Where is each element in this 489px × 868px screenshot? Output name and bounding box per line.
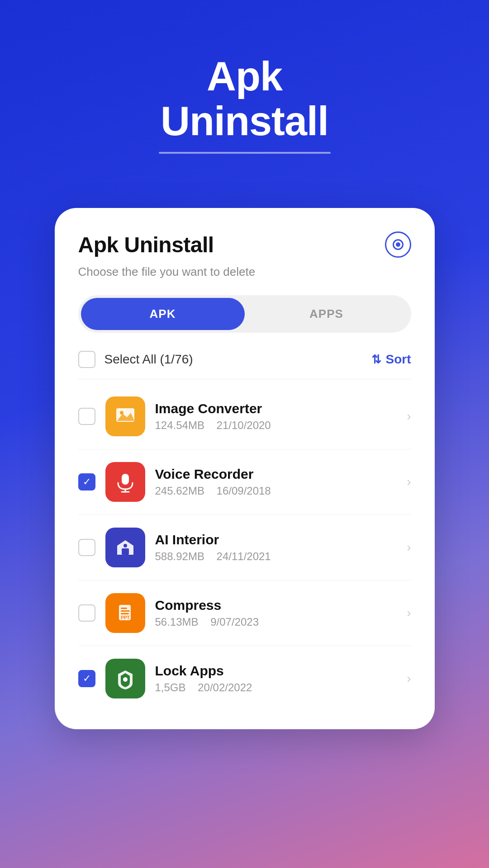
- app-name: Voice Recorder: [155, 467, 397, 482]
- select-all-label: Select All (1/76): [104, 352, 193, 367]
- tab-apk[interactable]: APK: [81, 298, 245, 330]
- app-info-compress: Compress 56.13MB 9/07/2023: [155, 598, 397, 628]
- item-checkbox-0[interactable]: [78, 408, 95, 425]
- app-meta: 588.92MB 24/11/2021: [155, 550, 397, 563]
- app-name: AI Interior: [155, 532, 397, 547]
- app-size: 588.92MB: [155, 550, 204, 562]
- checkmark-icon: ✓: [83, 674, 91, 684]
- list-item: ✓ Voice Recorder 245.62MB 16/09/2018 ›: [78, 449, 411, 515]
- svg-text:PPT: PPT: [121, 615, 129, 620]
- app-date: 21/10/2020: [217, 419, 271, 431]
- card-subtitle: Choose the file you want to delete: [78, 265, 411, 279]
- app-date: 16/09/2018: [217, 485, 271, 497]
- app-meta: 245.62MB 16/09/2018: [155, 485, 397, 497]
- checkmark-icon: ✓: [83, 477, 91, 487]
- app-size: 1,5GB: [155, 681, 186, 693]
- app-name: Compress: [155, 598, 397, 613]
- svg-point-13: [123, 677, 128, 682]
- radio-dot: [396, 242, 400, 247]
- tab-container: APK APPS: [78, 295, 411, 333]
- title-line1: Apk: [207, 54, 282, 99]
- card-title: Apk Uninstall: [78, 232, 214, 257]
- chevron-icon[interactable]: ›: [407, 409, 411, 424]
- list-item: Image Converter 124.54MB 21/10/2020 ›: [78, 384, 411, 449]
- svg-rect-3: [122, 474, 129, 485]
- svg-point-7: [123, 544, 127, 547]
- app-list: Image Converter 124.54MB 21/10/2020 › ✓: [78, 384, 411, 711]
- svg-rect-9: [121, 608, 127, 609]
- app-date: 24/11/2021: [217, 550, 271, 562]
- chevron-icon[interactable]: ›: [407, 475, 411, 489]
- svg-rect-6: [122, 548, 129, 555]
- chevron-icon[interactable]: ›: [407, 540, 411, 555]
- app-meta: 124.54MB 21/10/2020: [155, 419, 397, 432]
- app-meta: 1,5GB 20/02/2022: [155, 681, 397, 694]
- main-card: Apk Uninstall Choose the file you want t…: [55, 208, 435, 729]
- select-all-row: Select All (1/76) ⇅ Sort: [78, 351, 411, 379]
- tab-apps[interactable]: APPS: [245, 298, 408, 330]
- app-info-ai-interior: AI Interior 588.92MB 24/11/2021: [155, 532, 397, 563]
- app-size: 56.13MB: [155, 616, 199, 628]
- chevron-icon[interactable]: ›: [407, 671, 411, 686]
- app-meta: 56.13MB 9/07/2023: [155, 616, 397, 628]
- item-checkbox-2[interactable]: [78, 539, 95, 556]
- item-checkbox-3[interactable]: [78, 604, 95, 622]
- svg-rect-10: [121, 610, 130, 612]
- svg-rect-11: [121, 613, 129, 614]
- card-header: Apk Uninstall: [78, 231, 411, 258]
- radio-icon[interactable]: [385, 231, 411, 258]
- app-size: 124.54MB: [155, 419, 204, 431]
- app-icon-ai-interior: [105, 528, 145, 567]
- title-line2: Uninstall: [161, 99, 328, 144]
- sort-icon: ⇅: [371, 353, 381, 367]
- app-icon-image-converter: [105, 396, 145, 436]
- header-section: Apk Uninstall: [0, 0, 489, 181]
- select-all-checkbox[interactable]: [78, 351, 95, 368]
- sort-button[interactable]: ⇅ Sort: [371, 352, 411, 367]
- app-name: Lock Apps: [155, 663, 397, 679]
- title-underline: [159, 152, 331, 154]
- list-item: PPT Compress 56.13MB 9/07/2023 ›: [78, 580, 411, 646]
- chevron-icon[interactable]: ›: [407, 606, 411, 620]
- radio-inner: [393, 239, 404, 250]
- item-checkbox-4[interactable]: ✓: [78, 670, 95, 687]
- list-item: AI Interior 588.92MB 24/11/2021 ›: [78, 515, 411, 580]
- list-item: ✓ Lock Apps 1,5GB 20/02/2022 ›: [78, 646, 411, 711]
- app-info-voice-recorder: Voice Recorder 245.62MB 16/09/2018: [155, 467, 397, 497]
- app-name: Image Converter: [155, 401, 397, 416]
- app-icon-compress: PPT: [105, 593, 145, 633]
- app-date: 20/02/2022: [198, 681, 252, 693]
- app-title: Apk Uninstall: [161, 54, 328, 144]
- app-date: 9/07/2023: [210, 616, 259, 628]
- app-icon-voice-recorder: [105, 462, 145, 502]
- app-size: 245.62MB: [155, 485, 204, 497]
- app-info-image-converter: Image Converter 124.54MB 21/10/2020: [155, 401, 397, 432]
- app-info-lock-apps: Lock Apps 1,5GB 20/02/2022: [155, 663, 397, 694]
- sort-label: Sort: [386, 352, 411, 367]
- item-checkbox-1[interactable]: ✓: [78, 473, 95, 491]
- select-all-left: Select All (1/76): [78, 351, 193, 368]
- app-icon-lock-apps: [105, 659, 145, 698]
